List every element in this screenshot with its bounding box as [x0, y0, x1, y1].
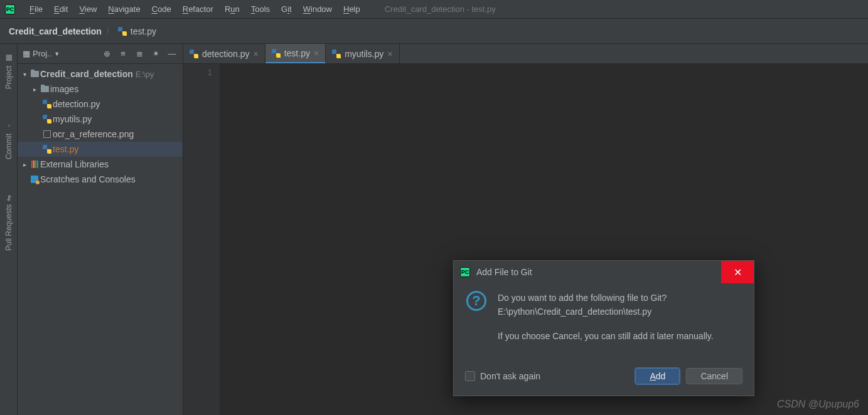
dialog-title: Add File to Git	[476, 267, 747, 277]
tree-scratches[interactable]: Scratches and Consoles	[18, 172, 183, 187]
sidebar-header: ▦ Proj.. ▼ ⊕ ≡ ≣ ✶ —	[18, 44, 183, 64]
git-add-dialog: PC Add File to Git ✕ ? Do you want to ad…	[453, 260, 754, 396]
rail-pull-requests[interactable]: Pull Requests⇋	[4, 189, 13, 255]
left-rail: Project▦ Commit◦ Pull Requests⇋	[0, 44, 18, 415]
app-icon: PC	[460, 267, 470, 277]
python-file-icon	[272, 49, 281, 58]
pull-request-icon: ⇋	[4, 192, 13, 201]
dialog-line1: Do you want to add the following file to…	[498, 293, 667, 303]
question-icon: ?	[466, 291, 486, 311]
menu-git[interactable]: Git	[276, 2, 297, 16]
navbar: Credit_card_detection 〉 test.py	[0, 19, 868, 44]
tab-test[interactable]: test.py ×	[265, 44, 326, 63]
editor-gutter: 1	[183, 64, 220, 415]
menu-refactor[interactable]: Refactor	[177, 2, 219, 16]
tree-item-ocrref[interactable]: ocr_a_reference.png	[18, 127, 183, 142]
python-file-icon	[41, 100, 53, 108]
folder-icon	[29, 71, 40, 77]
scratch-icon	[29, 176, 40, 183]
menu-help[interactable]: Help	[338, 2, 366, 16]
menu-edit[interactable]: Edit	[48, 2, 73, 16]
python-file-icon	[332, 50, 341, 58]
tab-label: myutils.py	[345, 49, 383, 59]
chevron-down-icon[interactable]: ▾	[20, 71, 29, 78]
breadcrumb-root[interactable]: Credit_card_detection	[9, 26, 102, 36]
sidebar-title[interactable]: ▦ Proj.. ▼	[23, 49, 96, 58]
close-icon[interactable]: ×	[314, 48, 319, 58]
tree-item-detection[interactable]: detection.py	[18, 97, 183, 112]
menu-view[interactable]: View	[73, 2, 102, 16]
checkbox-box-icon	[465, 371, 475, 381]
commit-icon: ◦	[4, 122, 13, 130]
menu-run[interactable]: Run	[219, 2, 245, 16]
tab-bar: detection.py × test.py × myutils.py ×	[183, 44, 868, 64]
chevron-right-icon[interactable]: ▸	[20, 161, 29, 168]
menubar: PC File Edit View Navigate Code Refactor…	[0, 0, 868, 19]
breadcrumb-file[interactable]: test.py	[131, 26, 156, 36]
python-file-icon	[41, 145, 53, 154]
tab-myutils[interactable]: myutils.py ×	[326, 44, 399, 63]
tab-label: detection.py	[202, 49, 250, 59]
folder-icon	[39, 86, 50, 92]
tree-item-images[interactable]: ▸ images	[18, 81, 183, 97]
chevron-right-icon: 〉	[105, 26, 114, 37]
dont-ask-checkbox[interactable]: Don't ask again	[465, 371, 540, 381]
window-title: Credit_card_detection - test.py	[385, 4, 496, 14]
dropdown-icon: ▼	[54, 51, 60, 57]
add-button[interactable]: Add	[635, 368, 680, 384]
tab-detection[interactable]: detection.py ×	[183, 44, 265, 63]
line-number: 1	[183, 68, 212, 77]
dialog-message: Do you want to add the following file to…	[498, 291, 714, 353]
tree-root[interactable]: ▾ Credit_card_detection E:\py	[18, 66, 183, 81]
menu-tools[interactable]: Tools	[245, 2, 276, 16]
python-file-icon	[190, 50, 198, 58]
watermark: CSDN @Upupup6	[777, 399, 859, 410]
expand-all-icon[interactable]: ≡	[117, 48, 129, 60]
tree-item-test[interactable]: test.py	[18, 142, 183, 157]
close-icon[interactable]: ×	[254, 49, 259, 59]
close-button[interactable]: ✕	[721, 261, 754, 283]
checkbox-label: Don't ask again	[480, 371, 540, 381]
chevron-right-icon[interactable]: ▸	[30, 86, 39, 93]
menu-code[interactable]: Code	[146, 2, 177, 16]
menu-file[interactable]: File	[24, 2, 48, 16]
project-tree: ▾ Credit_card_detection E:\py ▸ images d…	[18, 64, 183, 189]
dialog-line3: If you choose Cancel, you can still add …	[498, 329, 714, 343]
image-file-icon	[41, 130, 53, 138]
cancel-button[interactable]: Cancel	[686, 368, 742, 384]
tree-external-libraries[interactable]: ▸ External Libraries	[18, 157, 183, 172]
hide-icon[interactable]: —	[166, 48, 178, 60]
close-icon[interactable]: ×	[387, 49, 392, 59]
python-file-icon	[118, 27, 127, 36]
app-icon: PC	[5, 4, 15, 14]
project-sidebar: ▦ Proj.. ▼ ⊕ ≡ ≣ ✶ — ▾ Credit_card_detec…	[18, 44, 183, 415]
folder-icon: ▦	[4, 54, 13, 63]
rail-commit[interactable]: Commit◦	[4, 118, 13, 163]
tree-item-myutils[interactable]: myutils.py	[18, 112, 183, 127]
python-file-icon	[41, 115, 53, 123]
dialog-titlebar: PC Add File to Git ✕	[454, 261, 754, 283]
menu-navigate[interactable]: Navigate	[102, 2, 146, 16]
settings-icon[interactable]: ✶	[150, 48, 161, 60]
locate-icon[interactable]: ⊕	[101, 48, 112, 60]
tab-label: test.py	[284, 48, 310, 58]
breadcrumb: Credit_card_detection 〉 test.py	[9, 26, 156, 37]
rail-project[interactable]: Project▦	[4, 50, 13, 93]
library-icon	[29, 160, 40, 168]
collapse-all-icon[interactable]: ≣	[134, 48, 145, 60]
dialog-line2: E:\python\Credit_card_detection\test.py	[498, 307, 651, 317]
menu-window[interactable]: Window	[297, 2, 338, 16]
project-icon: ▦	[23, 49, 30, 58]
